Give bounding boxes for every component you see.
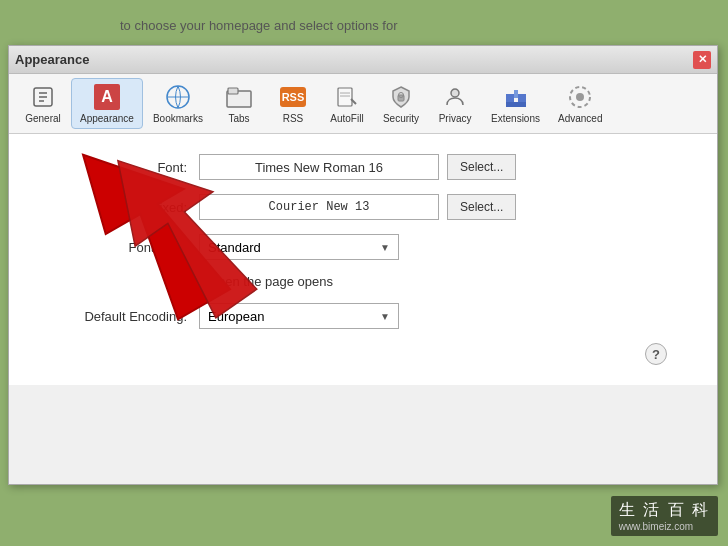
svg-rect-16 xyxy=(514,90,518,94)
dropdown-arrow-icon: ▼ xyxy=(380,242,390,253)
encoding-value: European xyxy=(208,309,264,324)
privacy-label: Privacy xyxy=(439,113,472,124)
advanced-label: Advanced xyxy=(558,113,602,124)
watermark-cn-text: 生 活 百 科 xyxy=(619,500,710,521)
general-label: General xyxy=(25,113,61,124)
toolbar: General A Appearance Bookmarks xyxy=(9,74,717,134)
fixed-value-display: Courier New 13 xyxy=(199,194,439,220)
general-icon xyxy=(29,83,57,111)
toolbar-item-autofill[interactable]: AutoFill xyxy=(321,79,373,128)
toolbar-item-bookmarks[interactable]: Bookmarks xyxy=(145,79,211,128)
watermark: 生 活 百 科 www.bimeiz.com xyxy=(611,496,718,536)
watermark-url-text: www.bimeiz.com xyxy=(619,521,710,532)
background-hint: to choose your homepage and select optio… xyxy=(120,18,398,33)
title-bar: Appearance ✕ xyxy=(9,46,717,74)
font-value-display: Times New Roman 16 xyxy=(199,154,439,180)
content-area: Font: Times New Roman 16 Select... Fixed… xyxy=(9,134,717,385)
extensions-icon xyxy=(502,83,530,111)
appearance-label: Appearance xyxy=(80,113,134,124)
toolbar-item-rss[interactable]: RSS RSS xyxy=(267,79,319,128)
security-label: Security xyxy=(383,113,419,124)
font-label: Font: xyxy=(39,160,199,175)
svg-rect-17 xyxy=(518,94,526,102)
toolbar-item-general[interactable]: General xyxy=(17,79,69,128)
close-button[interactable]: ✕ xyxy=(693,51,711,69)
advanced-icon xyxy=(566,83,594,111)
svg-rect-7 xyxy=(228,88,238,94)
page-opens-checkbox[interactable] xyxy=(199,275,212,288)
appearance-dialog: Appearance ✕ General A Appearance xyxy=(8,45,718,485)
extensions-label: Extensions xyxy=(491,113,540,124)
svg-rect-14 xyxy=(506,94,514,102)
svg-point-19 xyxy=(576,93,584,101)
dialog-title: Appearance xyxy=(15,52,89,67)
privacy-icon xyxy=(441,83,469,111)
fixed-select-button[interactable]: Select... xyxy=(447,194,516,220)
font-control-group: Times New Roman 16 Select... xyxy=(199,154,516,180)
security-icon xyxy=(387,83,415,111)
tabs-label: Tabs xyxy=(228,113,249,124)
bookmarks-icon xyxy=(164,83,192,111)
toolbar-item-tabs[interactable]: Tabs xyxy=(213,79,265,128)
autofill-label: AutoFill xyxy=(330,113,363,124)
encoding-arrow-icon: ▼ xyxy=(380,311,390,322)
fixed-label: Fixed: xyxy=(39,200,199,215)
checkbox-row: hen the page opens xyxy=(199,274,687,289)
svg-rect-18 xyxy=(506,102,526,107)
fixed-control-group: Courier New 13 Select... xyxy=(199,194,516,220)
bookmarks-label: Bookmarks xyxy=(153,113,203,124)
toolbar-item-security[interactable]: Security xyxy=(375,79,427,128)
toolbar-item-privacy[interactable]: Privacy xyxy=(429,79,481,128)
font-size-row: Font Size: Standard ▼ xyxy=(39,234,687,260)
autofill-icon xyxy=(333,83,361,111)
svg-point-13 xyxy=(451,89,459,97)
svg-rect-8 xyxy=(338,88,352,106)
font-size-label: Font Size: xyxy=(39,240,199,255)
encoding-label: Default Encoding: xyxy=(39,309,199,324)
help-button[interactable]: ? xyxy=(645,343,667,365)
appearance-icon: A xyxy=(93,83,121,111)
svg-rect-15 xyxy=(514,94,518,98)
toolbar-item-appearance[interactable]: A Appearance xyxy=(71,78,143,129)
fixed-font-row: Fixed: Courier New 13 Select... xyxy=(39,194,687,220)
font-size-value: Standard xyxy=(208,240,261,255)
font-size-dropdown[interactable]: Standard ▼ xyxy=(199,234,399,260)
rss-label: RSS xyxy=(283,113,304,124)
font-row: Font: Times New Roman 16 Select... xyxy=(39,154,687,180)
font-select-button[interactable]: Select... xyxy=(447,154,516,180)
tabs-icon xyxy=(225,83,253,111)
rss-icon: RSS xyxy=(279,83,307,111)
encoding-dropdown[interactable]: European ▼ xyxy=(199,303,399,329)
encoding-row: Default Encoding: European ▼ xyxy=(39,303,687,329)
help-row: ? xyxy=(39,343,687,365)
toolbar-item-advanced[interactable]: Advanced xyxy=(550,79,610,128)
page-opens-label: hen the page opens xyxy=(218,274,333,289)
toolbar-item-extensions[interactable]: Extensions xyxy=(483,79,548,128)
